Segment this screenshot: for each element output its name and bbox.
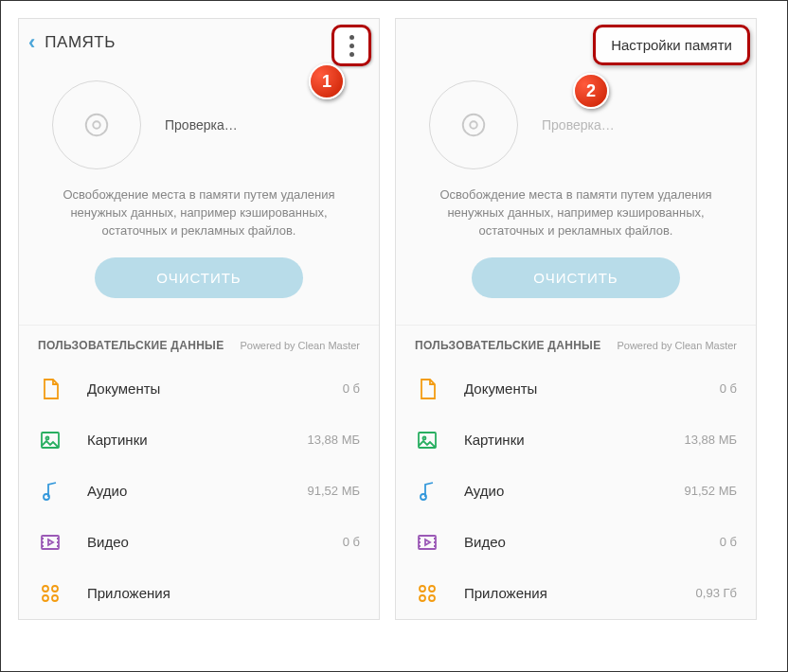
more-options-button[interactable] xyxy=(331,25,371,66)
svg-point-3 xyxy=(46,436,49,439)
svg-point-1 xyxy=(93,121,100,129)
svg-point-19 xyxy=(429,595,435,601)
status-text: Проверка… xyxy=(165,117,238,133)
header: Настройки памяти xyxy=(396,19,756,66)
item-label: Документы xyxy=(87,380,343,397)
svg-point-10 xyxy=(463,115,485,136)
item-size: 13,88 МБ xyxy=(684,433,737,447)
item-size: 0 б xyxy=(720,381,737,396)
svg-rect-5 xyxy=(42,536,59,549)
description-text: Освобождение места в памяти путем удален… xyxy=(38,186,360,240)
status-text: Проверка… xyxy=(542,117,615,133)
description-text: Освобождение места в памяти путем удален… xyxy=(415,186,737,240)
item-size: 0 б xyxy=(343,535,360,549)
powered-by-label: Powered by Clean Master xyxy=(617,340,737,351)
svg-point-11 xyxy=(470,121,477,129)
list-item-apps[interactable]: Приложения xyxy=(19,568,379,619)
section-title: ПОЛЬЗОВАТЕЛЬСКИЕ ДАННЫЕ xyxy=(415,339,600,352)
item-size: 91,52 МБ xyxy=(684,484,737,498)
phone-right: Настройки памяти Проверка… Освобождение … xyxy=(395,18,757,620)
data-list: Документы 0 б Картинки 13,88 МБ Аудио 91… xyxy=(19,363,379,619)
document-icon xyxy=(38,377,63,401)
item-size: 0 б xyxy=(343,381,360,396)
item-label: Приложения xyxy=(87,585,360,601)
document-icon xyxy=(415,377,439,401)
progress-circle xyxy=(429,80,518,169)
svg-rect-15 xyxy=(419,536,436,549)
item-label: Документы xyxy=(464,380,720,397)
header: ‹ ПАМЯТЬ xyxy=(19,19,379,66)
item-label: Видео xyxy=(464,534,720,550)
list-item-documents[interactable]: Документы 0 б xyxy=(396,363,756,415)
data-list: Документы 0 б Картинки 13,88 МБ Аудио 91… xyxy=(396,363,756,619)
item-label: Аудио xyxy=(464,483,684,499)
disc-icon xyxy=(459,111,488,139)
item-label: Картинки xyxy=(464,432,684,448)
image-icon xyxy=(38,428,63,452)
list-item-audio[interactable]: Аудио 91,52 МБ xyxy=(19,466,379,517)
list-item-apps[interactable]: Приложения 0,93 Гб xyxy=(396,568,756,619)
svg-point-0 xyxy=(86,115,108,136)
phone-left: ‹ ПАМЯТЬ Проверка… Освобождение места в … xyxy=(18,18,380,620)
page-title: ПАМЯТЬ xyxy=(45,33,116,52)
list-item-images[interactable]: Картинки 13,88 МБ xyxy=(19,415,379,466)
apps-icon xyxy=(38,581,63,606)
back-icon[interactable]: ‹ xyxy=(28,30,35,55)
more-vertical-icon xyxy=(349,35,354,57)
video-icon xyxy=(415,530,439,555)
list-item-video[interactable]: Видео 0 б xyxy=(19,517,379,568)
svg-point-7 xyxy=(52,586,58,592)
item-label: Картинки xyxy=(87,432,307,448)
item-label: Видео xyxy=(87,534,343,550)
section-title: ПОЛЬЗОВАТЕЛЬСКИЕ ДАННЫЕ xyxy=(38,339,224,352)
svg-point-17 xyxy=(429,586,435,592)
powered-by-label: Powered by Clean Master xyxy=(240,340,360,351)
list-item-documents[interactable]: Документы 0 б xyxy=(19,363,379,415)
item-size: 13,88 МБ xyxy=(307,433,360,447)
image-icon xyxy=(415,428,439,452)
annotation-callout-2: 2 xyxy=(573,73,609,109)
item-size: 0,93 Гб xyxy=(696,586,737,600)
item-size: 0 б xyxy=(720,535,737,549)
svg-point-18 xyxy=(420,595,425,601)
svg-point-13 xyxy=(423,436,426,439)
disc-icon xyxy=(82,111,111,139)
video-icon xyxy=(38,530,63,555)
audio-icon xyxy=(38,479,63,504)
svg-point-6 xyxy=(43,586,48,592)
svg-point-16 xyxy=(420,586,425,592)
apps-icon xyxy=(415,581,439,606)
list-item-images[interactable]: Картинки 13,88 МБ xyxy=(396,415,756,466)
settings-menu-item[interactable]: Настройки памяти xyxy=(593,25,750,65)
storage-summary: Проверка… Освобождение места в памяти пу… xyxy=(396,66,756,326)
clean-button[interactable]: ОЧИСТИТЬ xyxy=(95,257,303,298)
list-item-audio[interactable]: Аудио 91,52 МБ xyxy=(396,466,756,517)
user-data-section-header: ПОЛЬЗОВАТЕЛЬСКИЕ ДАННЫЕ Powered by Clean… xyxy=(396,326,756,363)
svg-point-14 xyxy=(421,494,426,500)
user-data-section-header: ПОЛЬЗОВАТЕЛЬСКИЕ ДАННЫЕ Powered by Clean… xyxy=(19,326,379,363)
progress-circle xyxy=(52,80,141,169)
item-label: Приложения xyxy=(464,585,696,601)
item-size: 91,52 МБ xyxy=(307,484,360,498)
storage-summary: Проверка… Освобождение места в памяти пу… xyxy=(19,66,379,326)
annotation-callout-1: 1 xyxy=(309,63,345,99)
svg-point-8 xyxy=(43,595,48,601)
clean-button[interactable]: ОЧИСТИТЬ xyxy=(472,257,680,298)
svg-point-9 xyxy=(52,595,58,601)
audio-icon xyxy=(415,479,439,504)
item-label: Аудио xyxy=(87,483,307,499)
list-item-video[interactable]: Видео 0 б xyxy=(396,517,756,568)
